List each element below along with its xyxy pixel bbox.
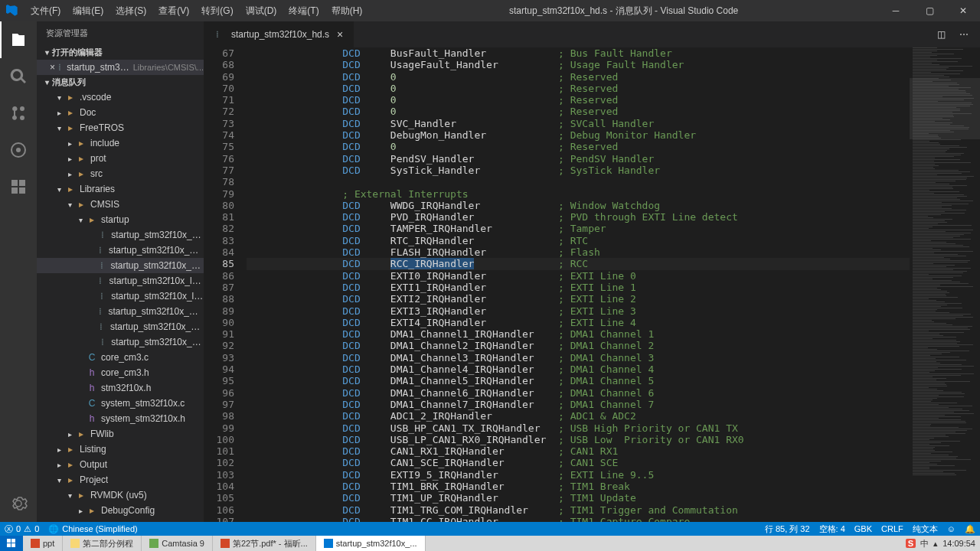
taskbar-item[interactable]: 第22节.pdf* - 福昕... — [213, 536, 316, 551]
menu-item[interactable]: 编辑(E) — [67, 0, 109, 21]
asm-file-icon: ⁞ — [56, 61, 64, 73]
folder-icon: ▸ — [75, 137, 87, 149]
menu-item[interactable]: 选择(S) — [109, 0, 152, 21]
status-encoding[interactable]: GBK — [850, 522, 877, 536]
folder-item[interactable]: ▾▸startup — [37, 212, 204, 227]
extensions-tab[interactable] — [0, 168, 37, 205]
folder-item[interactable]: ▸▸Output — [37, 457, 204, 472]
file-tree[interactable]: ▾打开的编辑器 × ⁞ startup_stm32f10x_hd.s Libra… — [37, 45, 204, 522]
tree-label: startup_stm32f10x_cl.s — [111, 230, 204, 240]
taskbar-item[interactable]: ppt — [23, 536, 63, 551]
settings-gear-icon[interactable] — [0, 485, 37, 522]
tree-label: include — [90, 138, 119, 148]
status-indent[interactable]: 空格: 4 — [815, 522, 850, 536]
asm-file-icon: ⁞ — [211, 28, 224, 41]
file-item[interactable]: ⁞startup_stm32f10x_md_vl.s — [37, 304, 204, 319]
tree-label: Doc — [80, 107, 96, 118]
tree-label: startup_stm32f10x_xl.s — [111, 337, 204, 347]
status-errors[interactable]: ⓧ 0 ⚠ 0 — [0, 522, 44, 536]
tree-label: system_stm32f10x.h — [101, 413, 185, 424]
folder-item[interactable]: ▾▸.vscode — [37, 90, 204, 105]
ime-indicator[interactable]: S — [906, 539, 916, 548]
split-editor-button[interactable]: ◫ — [933, 26, 949, 43]
file-item[interactable]: ⁞startup_stm32f10x_md.s — [37, 319, 204, 334]
source-control-tab[interactable] — [0, 95, 37, 132]
file-item[interactable]: hcore_cm3.h — [37, 365, 204, 380]
tab-close-button[interactable]: × — [334, 28, 346, 41]
folder-item[interactable]: ▸▸FWlib — [37, 426, 204, 442]
folder-item[interactable]: ▸▸include — [37, 135, 204, 151]
folder-item[interactable]: ▾▸Libraries — [37, 181, 204, 197]
editor-area: ⁞ startup_stm32f10x_hd.s × ◫ ⋯ 676869707… — [204, 21, 980, 522]
taskbar-item[interactable]: startup_stm32f10x_... — [316, 536, 426, 551]
folder-item[interactable]: ▸▸prot — [37, 151, 204, 166]
file-item[interactable]: ⁞startup_stm32f10x_cl.s — [37, 227, 204, 243]
file-item[interactable]: Ccore_cm3.c — [37, 350, 204, 365]
minimize-button[interactable]: ─ — [879, 0, 913, 21]
menu-item[interactable]: 转到(G) — [195, 0, 239, 21]
file-item[interactable]: hsystem_stm32f10x.h — [37, 411, 204, 426]
file-item[interactable]: ⁞startup_stm32f10x_hd.s — [37, 258, 204, 273]
status-eol[interactable]: CRLF — [877, 522, 908, 536]
folder-item[interactable]: ▸▸DebugConfig — [37, 503, 204, 518]
menu-item[interactable]: 帮助(H) — [325, 0, 369, 21]
taskbar-item[interactable]: 第二部分例程 — [63, 536, 142, 551]
tree-label: startup_stm32f10x_hd.s — [110, 260, 204, 271]
folder-item[interactable]: ▾▸Project — [37, 472, 204, 487]
menu-item[interactable]: 调试(D) — [240, 0, 283, 21]
h-icon: h — [86, 412, 98, 425]
open-editors-label: 打开的编辑器 — [52, 47, 103, 58]
taskbar-item[interactable]: Camtasia 9 — [142, 536, 213, 551]
editor-tab[interactable]: ⁞ startup_stm32f10x_hd.s × — [204, 21, 354, 47]
file-item[interactable]: ⁞startup_stm32f10x_hd_vl.s — [37, 243, 204, 258]
asm-icon: ⁞ — [96, 259, 107, 272]
minimap[interactable] — [910, 47, 980, 522]
folder-item[interactable]: ▸▸Doc — [37, 105, 204, 120]
tray-caret-icon[interactable]: ▴ — [933, 539, 938, 549]
close-button[interactable]: ✕ — [946, 0, 980, 21]
status-cursor-pos[interactable]: 行 85, 列 32 — [760, 522, 815, 536]
folder-item[interactable]: ▾▸CMSIS — [37, 197, 204, 212]
more-actions-button[interactable]: ⋯ — [956, 26, 972, 43]
maximize-button[interactable]: ▢ — [913, 0, 946, 21]
folder-item[interactable]: ▾▸FreeTROS — [37, 120, 204, 135]
folder-item[interactable]: ▾▸RVMDK (uv5) — [37, 487, 204, 503]
tree-label: src — [90, 168, 103, 179]
status-filetype[interactable]: 纯文本 — [908, 522, 942, 536]
system-tray[interactable]: S 中 ▴ 14:09:54 — [901, 538, 980, 549]
chevron-icon: ▸ — [75, 507, 86, 515]
asm-icon: ⁞ — [96, 229, 109, 241]
status-language[interactable]: 🌐 Chinese (Simplified) — [44, 522, 142, 536]
folder-item[interactable]: ▸▸Listing — [37, 442, 204, 457]
code-content[interactable]: DCD BusFault_Handler ; Bus Fault Handler… — [247, 47, 910, 522]
search-tab[interactable] — [0, 58, 37, 95]
menu-item[interactable]: 文件(F) — [24, 0, 67, 21]
line-gutter: 6768697071727374757677787980818283848586… — [204, 47, 247, 522]
svg-rect-5 — [11, 543, 15, 547]
open-editors-section[interactable]: ▾打开的编辑器 — [37, 45, 204, 60]
file-item[interactable]: hstm32f10x.h — [37, 380, 204, 396]
status-bell-icon[interactable]: 🔔 — [960, 522, 980, 536]
explorer-sidebar: 资源管理器 ▾打开的编辑器 × ⁞ startup_stm32f10x_hd.s… — [37, 21, 204, 522]
status-feedback-icon[interactable]: ☺ — [942, 522, 960, 536]
code-editor[interactable]: 6768697071727374757677787980818283848586… — [204, 47, 980, 522]
workspace-section[interactable]: ▾消息队列 — [37, 75, 204, 90]
menu-item[interactable]: 查看(V) — [152, 0, 195, 21]
folder-icon: ▸ — [86, 504, 98, 517]
debug-tab[interactable] — [0, 132, 37, 168]
open-editor-item[interactable]: × ⁞ startup_stm32f10x_hd.s Libraries\CMS… — [37, 60, 204, 75]
tree-label: startup_stm32f10x_md.s — [110, 321, 204, 332]
explorer-tab[interactable] — [0, 21, 37, 58]
file-item[interactable]: ⁞startup_stm32f10x_xl.s — [37, 334, 204, 350]
file-item[interactable]: ⁞startup_stm32f10x_ld_vl.s — [37, 273, 204, 289]
ime-lang-icon[interactable]: 中 — [920, 538, 929, 549]
file-item[interactable]: Csystem_stm32f10x.c — [37, 396, 204, 411]
file-item[interactable]: ⁞startup_stm32f10x_ld.s — [37, 289, 204, 304]
app-icon — [31, 539, 40, 548]
tree-label: core_cm3.h — [101, 367, 149, 378]
tray-clock[interactable]: 14:09:54 — [942, 539, 975, 548]
start-button[interactable] — [0, 536, 23, 551]
menu-item[interactable]: 终端(T) — [283, 0, 325, 21]
folder-item[interactable]: ▸▸src — [37, 166, 204, 181]
tree-label: RVMDK (uv5) — [90, 490, 147, 500]
